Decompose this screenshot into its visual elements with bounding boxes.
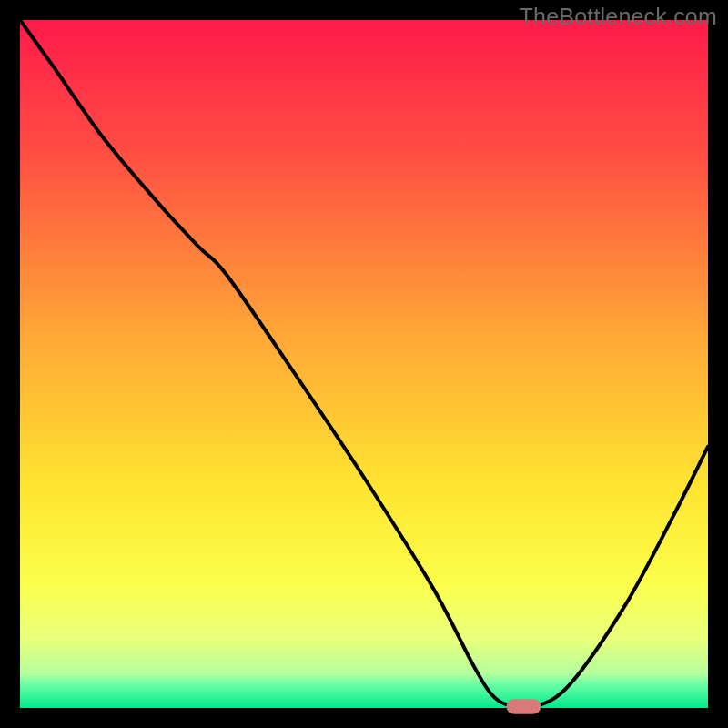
- watermark-text: TheBottleneck.com: [520, 4, 717, 30]
- bottleneck-chart: TheBottleneck.com: [0, 0, 728, 728]
- plot-background: [20, 20, 708, 708]
- chart-svg: [0, 0, 728, 728]
- optimal-point-marker: [506, 699, 541, 714]
